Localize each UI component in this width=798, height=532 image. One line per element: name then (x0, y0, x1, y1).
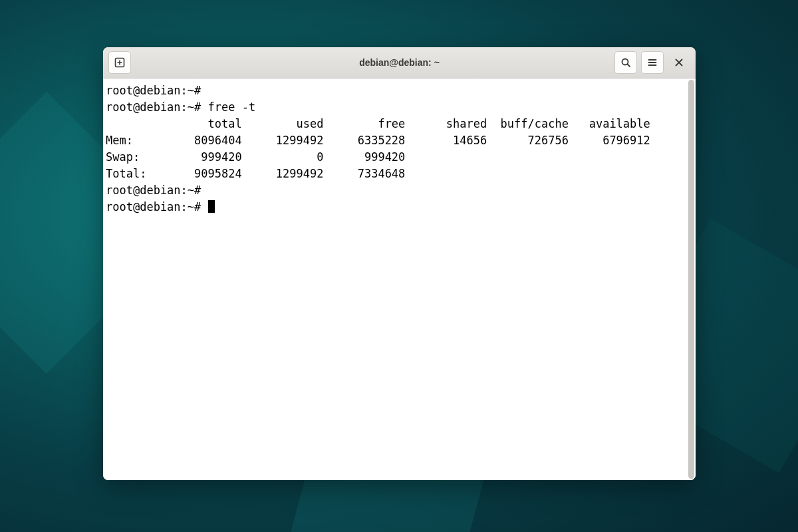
titlebar[interactable]: debian@debian: ~ (103, 47, 696, 78)
terminal-prompt: root@debian:~# (106, 200, 201, 213)
new-tab-button[interactable] (108, 51, 131, 74)
window-title: debian@debian: ~ (103, 57, 696, 68)
terminal-line: root@debian:~# (106, 84, 201, 97)
search-icon (620, 57, 631, 68)
cursor (208, 200, 215, 213)
terminal-line: Total: 9095824 1299492 7334648 (106, 167, 405, 180)
hamburger-icon (647, 57, 658, 68)
terminal-output[interactable]: root@debian:~# root@debian:~# free -t to… (103, 78, 696, 480)
svg-line-4 (628, 65, 630, 67)
terminal-line: root@debian:~# free -t (106, 100, 255, 114)
terminal-line: Swap: 999420 0 999420 (106, 150, 405, 164)
close-button[interactable] (668, 51, 690, 74)
search-button[interactable] (614, 51, 637, 74)
new-tab-icon (114, 57, 125, 68)
terminal-line: total used free shared buff/cache availa… (106, 117, 650, 130)
close-icon (674, 57, 684, 68)
terminal-line: root@debian:~# (106, 184, 201, 197)
scrollbar[interactable] (688, 80, 694, 479)
terminal-line: Mem: 8096404 1299492 6335228 14656 72675… (106, 134, 650, 147)
menu-button[interactable] (641, 51, 664, 74)
terminal-window: debian@debian: ~ (103, 47, 696, 480)
